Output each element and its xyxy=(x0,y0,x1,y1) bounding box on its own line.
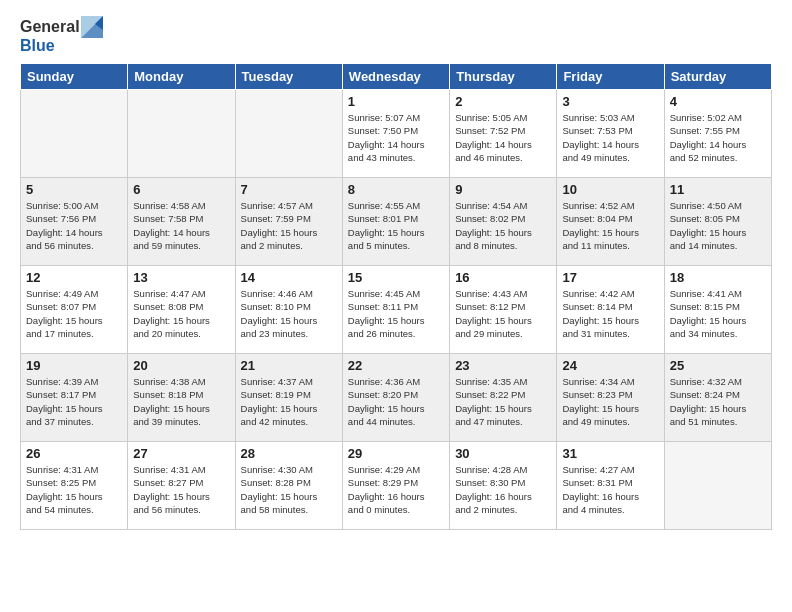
day-info: Sunrise: 5:03 AMSunset: 7:53 PMDaylight:… xyxy=(562,111,658,164)
day-number: 11 xyxy=(670,182,766,197)
day-info: Sunrise: 4:47 AMSunset: 8:08 PMDaylight:… xyxy=(133,287,229,340)
calendar-cell: 9Sunrise: 4:54 AMSunset: 8:02 PMDaylight… xyxy=(450,178,557,266)
day-number: 15 xyxy=(348,270,444,285)
calendar-header-row: SundayMondayTuesdayWednesdayThursdayFrid… xyxy=(21,64,772,90)
day-info: Sunrise: 4:31 AMSunset: 8:25 PMDaylight:… xyxy=(26,463,122,516)
logo: General Blue xyxy=(20,16,103,55)
day-info: Sunrise: 4:31 AMSunset: 8:27 PMDaylight:… xyxy=(133,463,229,516)
calendar-cell: 11Sunrise: 4:50 AMSunset: 8:05 PMDayligh… xyxy=(664,178,771,266)
calendar-cell: 3Sunrise: 5:03 AMSunset: 7:53 PMDaylight… xyxy=(557,90,664,178)
calendar-cell: 12Sunrise: 4:49 AMSunset: 8:07 PMDayligh… xyxy=(21,266,128,354)
calendar-cell: 13Sunrise: 4:47 AMSunset: 8:08 PMDayligh… xyxy=(128,266,235,354)
day-number: 12 xyxy=(26,270,122,285)
calendar-cell: 6Sunrise: 4:58 AMSunset: 7:58 PMDaylight… xyxy=(128,178,235,266)
day-info: Sunrise: 4:41 AMSunset: 8:15 PMDaylight:… xyxy=(670,287,766,340)
calendar-cell xyxy=(128,90,235,178)
calendar-cell xyxy=(664,442,771,530)
calendar: SundayMondayTuesdayWednesdayThursdayFrid… xyxy=(20,63,772,530)
day-number: 19 xyxy=(26,358,122,373)
col-header-monday: Monday xyxy=(128,64,235,90)
day-info: Sunrise: 4:58 AMSunset: 7:58 PMDaylight:… xyxy=(133,199,229,252)
calendar-cell: 23Sunrise: 4:35 AMSunset: 8:22 PMDayligh… xyxy=(450,354,557,442)
calendar-cell: 15Sunrise: 4:45 AMSunset: 8:11 PMDayligh… xyxy=(342,266,449,354)
calendar-cell: 4Sunrise: 5:02 AMSunset: 7:55 PMDaylight… xyxy=(664,90,771,178)
col-header-tuesday: Tuesday xyxy=(235,64,342,90)
calendar-cell: 2Sunrise: 5:05 AMSunset: 7:52 PMDaylight… xyxy=(450,90,557,178)
day-info: Sunrise: 4:38 AMSunset: 8:18 PMDaylight:… xyxy=(133,375,229,428)
day-info: Sunrise: 4:37 AMSunset: 8:19 PMDaylight:… xyxy=(241,375,337,428)
day-number: 14 xyxy=(241,270,337,285)
calendar-cell: 7Sunrise: 4:57 AMSunset: 7:59 PMDaylight… xyxy=(235,178,342,266)
calendar-cell: 10Sunrise: 4:52 AMSunset: 8:04 PMDayligh… xyxy=(557,178,664,266)
day-info: Sunrise: 4:52 AMSunset: 8:04 PMDaylight:… xyxy=(562,199,658,252)
calendar-cell: 1Sunrise: 5:07 AMSunset: 7:50 PMDaylight… xyxy=(342,90,449,178)
day-info: Sunrise: 4:43 AMSunset: 8:12 PMDaylight:… xyxy=(455,287,551,340)
day-info: Sunrise: 4:36 AMSunset: 8:20 PMDaylight:… xyxy=(348,375,444,428)
day-info: Sunrise: 4:29 AMSunset: 8:29 PMDaylight:… xyxy=(348,463,444,516)
day-number: 9 xyxy=(455,182,551,197)
day-info: Sunrise: 4:39 AMSunset: 8:17 PMDaylight:… xyxy=(26,375,122,428)
day-info: Sunrise: 4:46 AMSunset: 8:10 PMDaylight:… xyxy=(241,287,337,340)
day-number: 27 xyxy=(133,446,229,461)
calendar-cell: 28Sunrise: 4:30 AMSunset: 8:28 PMDayligh… xyxy=(235,442,342,530)
day-number: 6 xyxy=(133,182,229,197)
calendar-cell: 26Sunrise: 4:31 AMSunset: 8:25 PMDayligh… xyxy=(21,442,128,530)
day-number: 25 xyxy=(670,358,766,373)
calendar-cell: 22Sunrise: 4:36 AMSunset: 8:20 PMDayligh… xyxy=(342,354,449,442)
day-number: 3 xyxy=(562,94,658,109)
day-info: Sunrise: 4:54 AMSunset: 8:02 PMDaylight:… xyxy=(455,199,551,252)
day-info: Sunrise: 4:32 AMSunset: 8:24 PMDaylight:… xyxy=(670,375,766,428)
calendar-cell: 30Sunrise: 4:28 AMSunset: 8:30 PMDayligh… xyxy=(450,442,557,530)
day-info: Sunrise: 4:30 AMSunset: 8:28 PMDaylight:… xyxy=(241,463,337,516)
calendar-cell: 25Sunrise: 4:32 AMSunset: 8:24 PMDayligh… xyxy=(664,354,771,442)
day-number: 10 xyxy=(562,182,658,197)
day-number: 5 xyxy=(26,182,122,197)
col-header-wednesday: Wednesday xyxy=(342,64,449,90)
col-header-saturday: Saturday xyxy=(664,64,771,90)
calendar-cell: 8Sunrise: 4:55 AMSunset: 8:01 PMDaylight… xyxy=(342,178,449,266)
day-info: Sunrise: 5:07 AMSunset: 7:50 PMDaylight:… xyxy=(348,111,444,164)
calendar-cell: 27Sunrise: 4:31 AMSunset: 8:27 PMDayligh… xyxy=(128,442,235,530)
day-info: Sunrise: 5:00 AMSunset: 7:56 PMDaylight:… xyxy=(26,199,122,252)
day-number: 21 xyxy=(241,358,337,373)
col-header-thursday: Thursday xyxy=(450,64,557,90)
day-number: 26 xyxy=(26,446,122,461)
header: General Blue xyxy=(20,16,772,55)
day-info: Sunrise: 4:57 AMSunset: 7:59 PMDaylight:… xyxy=(241,199,337,252)
week-row-4: 19Sunrise: 4:39 AMSunset: 8:17 PMDayligh… xyxy=(21,354,772,442)
day-number: 22 xyxy=(348,358,444,373)
calendar-cell: 21Sunrise: 4:37 AMSunset: 8:19 PMDayligh… xyxy=(235,354,342,442)
calendar-cell: 29Sunrise: 4:29 AMSunset: 8:29 PMDayligh… xyxy=(342,442,449,530)
day-number: 13 xyxy=(133,270,229,285)
day-info: Sunrise: 5:05 AMSunset: 7:52 PMDaylight:… xyxy=(455,111,551,164)
day-info: Sunrise: 4:42 AMSunset: 8:14 PMDaylight:… xyxy=(562,287,658,340)
day-info: Sunrise: 4:27 AMSunset: 8:31 PMDaylight:… xyxy=(562,463,658,516)
calendar-cell: 5Sunrise: 5:00 AMSunset: 7:56 PMDaylight… xyxy=(21,178,128,266)
day-number: 4 xyxy=(670,94,766,109)
day-number: 30 xyxy=(455,446,551,461)
day-info: Sunrise: 4:49 AMSunset: 8:07 PMDaylight:… xyxy=(26,287,122,340)
calendar-cell: 18Sunrise: 4:41 AMSunset: 8:15 PMDayligh… xyxy=(664,266,771,354)
col-header-sunday: Sunday xyxy=(21,64,128,90)
day-info: Sunrise: 4:35 AMSunset: 8:22 PMDaylight:… xyxy=(455,375,551,428)
day-number: 29 xyxy=(348,446,444,461)
day-number: 23 xyxy=(455,358,551,373)
week-row-1: 1Sunrise: 5:07 AMSunset: 7:50 PMDaylight… xyxy=(21,90,772,178)
day-number: 28 xyxy=(241,446,337,461)
calendar-cell xyxy=(21,90,128,178)
calendar-cell: 31Sunrise: 4:27 AMSunset: 8:31 PMDayligh… xyxy=(557,442,664,530)
calendar-cell: 20Sunrise: 4:38 AMSunset: 8:18 PMDayligh… xyxy=(128,354,235,442)
calendar-cell: 16Sunrise: 4:43 AMSunset: 8:12 PMDayligh… xyxy=(450,266,557,354)
week-row-5: 26Sunrise: 4:31 AMSunset: 8:25 PMDayligh… xyxy=(21,442,772,530)
day-info: Sunrise: 4:34 AMSunset: 8:23 PMDaylight:… xyxy=(562,375,658,428)
week-row-3: 12Sunrise: 4:49 AMSunset: 8:07 PMDayligh… xyxy=(21,266,772,354)
day-number: 2 xyxy=(455,94,551,109)
day-number: 7 xyxy=(241,182,337,197)
day-number: 18 xyxy=(670,270,766,285)
day-info: Sunrise: 4:50 AMSunset: 8:05 PMDaylight:… xyxy=(670,199,766,252)
calendar-cell: 17Sunrise: 4:42 AMSunset: 8:14 PMDayligh… xyxy=(557,266,664,354)
day-info: Sunrise: 5:02 AMSunset: 7:55 PMDaylight:… xyxy=(670,111,766,164)
day-info: Sunrise: 4:28 AMSunset: 8:30 PMDaylight:… xyxy=(455,463,551,516)
week-row-2: 5Sunrise: 5:00 AMSunset: 7:56 PMDaylight… xyxy=(21,178,772,266)
calendar-cell: 19Sunrise: 4:39 AMSunset: 8:17 PMDayligh… xyxy=(21,354,128,442)
